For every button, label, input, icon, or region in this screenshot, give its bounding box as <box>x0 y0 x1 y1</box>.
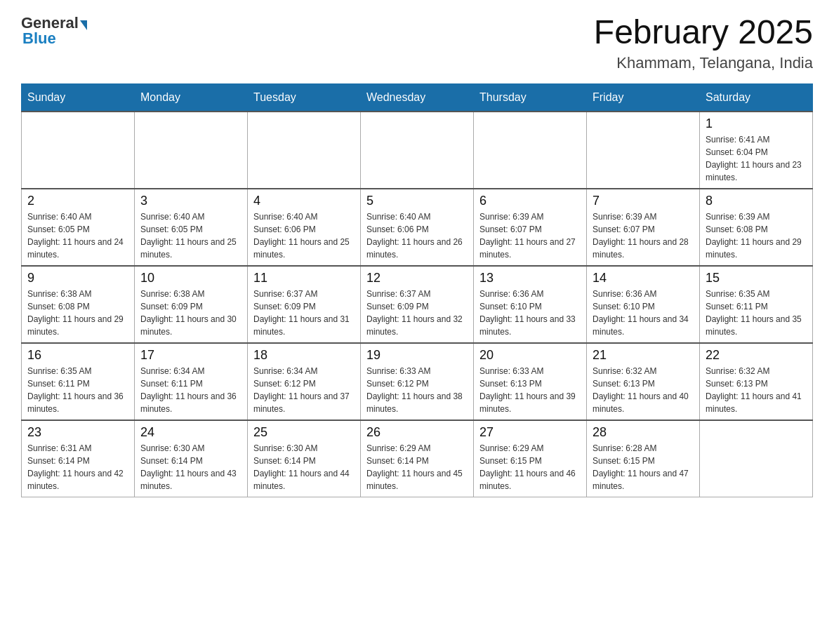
day-info: Sunrise: 6:32 AMSunset: 6:13 PMDaylight:… <box>706 365 807 415</box>
day-info: Sunrise: 6:40 AMSunset: 6:05 PMDaylight:… <box>140 210 241 261</box>
calendar-cell: 10Sunrise: 6:38 AMSunset: 6:09 PMDayligh… <box>135 266 248 343</box>
day-info: Sunrise: 6:40 AMSunset: 6:06 PMDaylight:… <box>366 210 468 261</box>
calendar-cell: 25Sunrise: 6:30 AMSunset: 6:14 PMDayligh… <box>248 420 361 497</box>
weekday-header-tuesday: Tuesday <box>248 83 361 112</box>
weekday-header-wednesday: Wednesday <box>361 83 474 112</box>
calendar-cell: 15Sunrise: 6:35 AMSunset: 6:11 PMDayligh… <box>700 266 813 343</box>
day-info: Sunrise: 6:33 AMSunset: 6:12 PMDaylight:… <box>366 365 468 415</box>
day-number: 14 <box>593 271 694 286</box>
weekday-header-monday: Monday <box>135 83 248 112</box>
day-number: 1 <box>706 116 807 131</box>
day-info: Sunrise: 6:29 AMSunset: 6:14 PMDaylight:… <box>366 442 468 492</box>
calendar-cell: 7Sunrise: 6:39 AMSunset: 6:07 PMDaylight… <box>587 189 700 266</box>
day-number: 11 <box>253 271 355 286</box>
calendar-cell: 16Sunrise: 6:35 AMSunset: 6:11 PMDayligh… <box>22 343 135 420</box>
calendar-title: February 2025 <box>594 14 813 51</box>
day-info: Sunrise: 6:37 AMSunset: 6:09 PMDaylight:… <box>253 288 355 338</box>
day-number: 21 <box>593 348 694 363</box>
calendar-cell: 14Sunrise: 6:36 AMSunset: 6:10 PMDayligh… <box>587 266 700 343</box>
calendar-cell: 28Sunrise: 6:28 AMSunset: 6:15 PMDayligh… <box>587 420 700 497</box>
calendar-cell: 5Sunrise: 6:40 AMSunset: 6:06 PMDaylight… <box>361 189 474 266</box>
day-info: Sunrise: 6:39 AMSunset: 6:07 PMDaylight:… <box>479 210 581 261</box>
calendar-cell <box>22 112 135 189</box>
calendar-week-row: 1Sunrise: 6:41 AMSunset: 6:04 PMDaylight… <box>22 112 813 189</box>
day-info: Sunrise: 6:38 AMSunset: 6:08 PMDaylight:… <box>27 288 128 338</box>
calendar-week-row: 2Sunrise: 6:40 AMSunset: 6:05 PMDaylight… <box>22 189 813 266</box>
day-info: Sunrise: 6:41 AMSunset: 6:04 PMDaylight:… <box>706 133 807 184</box>
calendar-subtitle: Khammam, Telangana, India <box>594 54 813 72</box>
day-info: Sunrise: 6:28 AMSunset: 6:15 PMDaylight:… <box>593 442 694 492</box>
calendar-table: SundayMondayTuesdayWednesdayThursdayFrid… <box>21 83 813 498</box>
day-number: 18 <box>253 348 355 363</box>
day-number: 3 <box>140 194 241 208</box>
calendar-cell: 18Sunrise: 6:34 AMSunset: 6:12 PMDayligh… <box>248 343 361 420</box>
calendar-cell: 6Sunrise: 6:39 AMSunset: 6:07 PMDaylight… <box>474 189 587 266</box>
day-number: 26 <box>366 425 468 440</box>
day-number: 15 <box>706 271 807 286</box>
logo: General Blue <box>21 14 87 48</box>
day-info: Sunrise: 6:35 AMSunset: 6:11 PMDaylight:… <box>27 365 128 415</box>
logo-triangle-icon <box>80 20 87 30</box>
calendar-week-row: 9Sunrise: 6:38 AMSunset: 6:08 PMDaylight… <box>22 266 813 343</box>
calendar-cell: 9Sunrise: 6:38 AMSunset: 6:08 PMDaylight… <box>22 266 135 343</box>
day-info: Sunrise: 6:36 AMSunset: 6:10 PMDaylight:… <box>593 288 694 338</box>
logo-blue-text: Blue <box>22 29 87 48</box>
day-info: Sunrise: 6:39 AMSunset: 6:07 PMDaylight:… <box>593 210 694 261</box>
day-info: Sunrise: 6:38 AMSunset: 6:09 PMDaylight:… <box>140 288 241 338</box>
day-info: Sunrise: 6:31 AMSunset: 6:14 PMDaylight:… <box>27 442 128 492</box>
day-number: 2 <box>27 194 128 208</box>
day-info: Sunrise: 6:30 AMSunset: 6:14 PMDaylight:… <box>253 442 355 492</box>
calendar-cell: 8Sunrise: 6:39 AMSunset: 6:08 PMDaylight… <box>700 189 813 266</box>
title-block: February 2025 Khammam, Telangana, India <box>594 14 813 72</box>
calendar-week-row: 23Sunrise: 6:31 AMSunset: 6:14 PMDayligh… <box>22 420 813 497</box>
calendar-cell: 1Sunrise: 6:41 AMSunset: 6:04 PMDaylight… <box>700 112 813 189</box>
day-number: 20 <box>479 348 581 363</box>
weekday-header-row: SundayMondayTuesdayWednesdayThursdayFrid… <box>22 83 813 112</box>
day-number: 27 <box>479 425 581 440</box>
day-number: 8 <box>706 194 807 208</box>
calendar-cell <box>474 112 587 189</box>
calendar-cell: 19Sunrise: 6:33 AMSunset: 6:12 PMDayligh… <box>361 343 474 420</box>
calendar-cell: 3Sunrise: 6:40 AMSunset: 6:05 PMDaylight… <box>135 189 248 266</box>
day-info: Sunrise: 6:35 AMSunset: 6:11 PMDaylight:… <box>706 288 807 338</box>
day-number: 5 <box>366 194 468 208</box>
day-info: Sunrise: 6:37 AMSunset: 6:09 PMDaylight:… <box>366 288 468 338</box>
day-number: 24 <box>140 425 241 440</box>
weekday-header-sunday: Sunday <box>22 83 135 112</box>
calendar-cell: 22Sunrise: 6:32 AMSunset: 6:13 PMDayligh… <box>700 343 813 420</box>
day-number: 7 <box>593 194 694 208</box>
day-info: Sunrise: 6:29 AMSunset: 6:15 PMDaylight:… <box>479 442 581 492</box>
day-number: 22 <box>706 348 807 363</box>
day-info: Sunrise: 6:34 AMSunset: 6:11 PMDaylight:… <box>140 365 241 415</box>
day-number: 17 <box>140 348 241 363</box>
calendar-cell: 23Sunrise: 6:31 AMSunset: 6:14 PMDayligh… <box>22 420 135 497</box>
day-number: 23 <box>27 425 128 440</box>
day-info: Sunrise: 6:34 AMSunset: 6:12 PMDaylight:… <box>253 365 355 415</box>
day-info: Sunrise: 6:40 AMSunset: 6:06 PMDaylight:… <box>253 210 355 261</box>
calendar-cell: 24Sunrise: 6:30 AMSunset: 6:14 PMDayligh… <box>135 420 248 497</box>
day-info: Sunrise: 6:30 AMSunset: 6:14 PMDaylight:… <box>140 442 241 492</box>
calendar-cell <box>700 420 813 497</box>
calendar-cell: 27Sunrise: 6:29 AMSunset: 6:15 PMDayligh… <box>474 420 587 497</box>
calendar-cell: 20Sunrise: 6:33 AMSunset: 6:13 PMDayligh… <box>474 343 587 420</box>
day-info: Sunrise: 6:33 AMSunset: 6:13 PMDaylight:… <box>479 365 581 415</box>
weekday-header-saturday: Saturday <box>700 83 813 112</box>
calendar-cell: 13Sunrise: 6:36 AMSunset: 6:10 PMDayligh… <box>474 266 587 343</box>
day-number: 28 <box>593 425 694 440</box>
calendar-cell <box>361 112 474 189</box>
calendar-body: 1Sunrise: 6:41 AMSunset: 6:04 PMDaylight… <box>22 112 813 497</box>
calendar-cell <box>135 112 248 189</box>
day-number: 10 <box>140 271 241 286</box>
day-info: Sunrise: 6:40 AMSunset: 6:05 PMDaylight:… <box>27 210 128 261</box>
calendar-cell: 2Sunrise: 6:40 AMSunset: 6:05 PMDaylight… <box>22 189 135 266</box>
weekday-header-friday: Friday <box>587 83 700 112</box>
day-number: 4 <box>253 194 355 208</box>
day-number: 25 <box>253 425 355 440</box>
day-number: 12 <box>366 271 468 286</box>
day-info: Sunrise: 6:36 AMSunset: 6:10 PMDaylight:… <box>479 288 581 338</box>
calendar-cell: 12Sunrise: 6:37 AMSunset: 6:09 PMDayligh… <box>361 266 474 343</box>
calendar-cell: 21Sunrise: 6:32 AMSunset: 6:13 PMDayligh… <box>587 343 700 420</box>
calendar-cell: 11Sunrise: 6:37 AMSunset: 6:09 PMDayligh… <box>248 266 361 343</box>
weekday-header-thursday: Thursday <box>474 83 587 112</box>
calendar-cell <box>587 112 700 189</box>
